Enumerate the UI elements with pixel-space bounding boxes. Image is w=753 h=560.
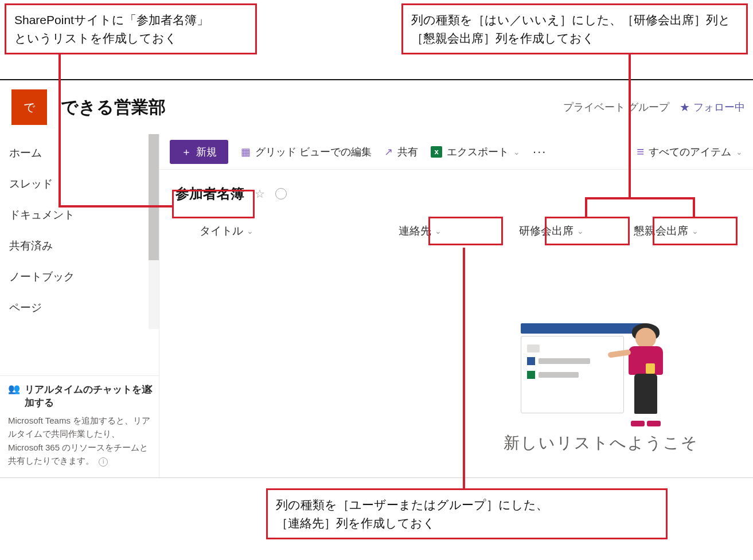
left-nav: ホーム スレッド ドキュメント 共有済み ノートブック ページ ✕ 👥 リアルタ… (0, 134, 159, 477)
teams-promo-panel: ✕ 👥 リアルタイムのチャットを追加する Microsoft Teams を追加… (0, 375, 159, 477)
scrollbar-thumb[interactable] (149, 134, 159, 260)
col-party-label: 懇親会出席 (634, 224, 688, 238)
export-button[interactable]: x エクスポート ⌄ (431, 145, 520, 159)
site-title[interactable]: できる営業部 (61, 96, 166, 119)
sharepoint-window: で できる営業部 プライベート グループ ★ フォロー中 ホーム スレッド ドキ… (0, 79, 753, 478)
close-icon[interactable]: ✕ (143, 382, 154, 397)
new-label: 新規 (196, 145, 217, 159)
check-circle-icon[interactable] (275, 188, 287, 199)
star-icon: ★ (680, 100, 690, 114)
nav-threads[interactable]: スレッド (0, 169, 159, 199)
annotation-top-left: SharePointサイトに「参加者名簿」 というリストを作成しておく (5, 3, 257, 54)
more-button[interactable]: ··· (533, 144, 547, 159)
column-header-training[interactable]: 研修会出席 ⌄ (519, 224, 634, 238)
list-title[interactable]: 参加者名簿 (175, 185, 244, 203)
site-header: で できる営業部 プライベート グループ ★ フォロー中 (0, 80, 753, 134)
command-bar: ＋ 新規 ▦ グリッド ビューでの編集 ↗ 共有 x エクスポート ⌄ ··· (159, 134, 753, 170)
info-icon[interactable]: i (99, 457, 108, 467)
nav-pages[interactable]: ページ (0, 292, 159, 323)
plus-icon: ＋ (181, 145, 192, 159)
promo-title: リアルタイムのチャットを追加する (25, 383, 151, 409)
column-header-title[interactable]: タイトル ⌄ (200, 224, 395, 238)
promo-body-text: Microsoft Teams を追加すると、リアルタイムで共同作業したり、Mi… (8, 416, 150, 465)
view-selector[interactable]: ≡ すべてのアイテム ⌄ (637, 144, 743, 159)
person-icon (618, 323, 676, 426)
col-training-label: 研修会出席 (519, 224, 573, 238)
col-contact-label: 連絡先 (399, 224, 431, 238)
welcome-illustration (521, 323, 681, 426)
new-button[interactable]: ＋ 新規 (170, 140, 228, 164)
nav-home[interactable]: ホーム (0, 138, 159, 169)
chevron-down-icon: ⌄ (247, 226, 253, 236)
chevron-down-icon: ⌄ (435, 226, 442, 236)
annotation-bottom: 列の種類を［ユーザーまたはグループ］にした、 ［連絡先］列を作成しておく (266, 488, 668, 539)
teams-icon: 👥 (8, 383, 20, 409)
grid-icon: ▦ (241, 146, 251, 158)
nav-documents[interactable]: ドキュメント (0, 199, 159, 230)
export-label: エクスポート (447, 145, 509, 159)
welcome-text: 新しいリストへようこそ (469, 432, 733, 454)
column-header-contact[interactable]: 連絡先 ⌄ (399, 224, 519, 238)
group-privacy-label: プライベート グループ (563, 100, 669, 114)
share-icon: ↗ (384, 146, 393, 158)
column-header-row: タイトル ⌄ 連絡先 ⌄ 研修会出席 ⌄ 懇親会出席 ⌄ (159, 210, 753, 244)
grid-edit-button[interactable]: ▦ グリッド ビューでの編集 (241, 145, 372, 159)
main-content: ＋ 新規 ▦ グリッド ビューでの編集 ↗ 共有 x エクスポート ⌄ ··· (159, 134, 753, 477)
chevron-down-icon: ⌄ (692, 226, 699, 236)
favorite-outline-icon[interactable]: ☆ (255, 187, 265, 201)
chevron-down-icon: ⌄ (513, 147, 520, 156)
annotation-top-right: 列の種類を［はい／いいえ］にした、［研修会出席］列と［懇親会出席］列を作成してお… (401, 3, 748, 54)
column-header-party[interactable]: 懇親会出席 ⌄ (634, 224, 737, 238)
empty-list-placeholder: 新しいリストへようこそ (469, 323, 733, 454)
col-title-label: タイトル (200, 224, 243, 238)
follow-label: フォロー中 (693, 100, 745, 114)
chevron-down-icon: ⌄ (577, 226, 584, 236)
chevron-down-icon: ⌄ (736, 147, 743, 156)
site-logo[interactable]: で (11, 89, 47, 125)
grid-label: グリッド ビューでの編集 (255, 145, 372, 159)
nav-notebook[interactable]: ノートブック (0, 261, 159, 292)
share-label: 共有 (397, 145, 418, 159)
share-button[interactable]: ↗ 共有 (384, 145, 418, 159)
filter-icon: ≡ (637, 144, 644, 159)
view-label: すべてのアイテム (649, 145, 731, 159)
nav-shared[interactable]: 共有済み (0, 230, 159, 261)
follow-button[interactable]: ★ フォロー中 (680, 100, 745, 114)
excel-icon: x (431, 146, 442, 158)
